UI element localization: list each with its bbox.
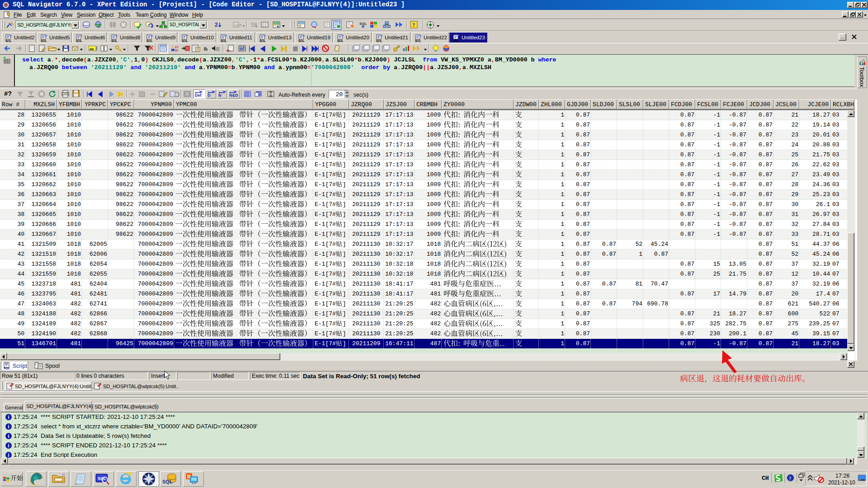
svg-text:X!: X! bbox=[175, 49, 178, 52]
svg-text:SQL: SQL bbox=[41, 39, 47, 42]
svg-text:SQL: SQL bbox=[146, 39, 152, 42]
svg-text:SQL: SQL bbox=[76, 39, 82, 42]
svg-text:SQL: SQL bbox=[182, 39, 188, 42]
svg-text:SQL: SQL bbox=[259, 39, 265, 42]
svg-text:&: & bbox=[203, 46, 208, 52]
svg-text:SQL: SQL bbox=[453, 39, 459, 42]
svg-text:SQL: SQL bbox=[298, 39, 304, 42]
svg-text:1: 1 bbox=[351, 25, 353, 28]
svg-text:2: 2 bbox=[215, 22, 218, 28]
svg-text:SQL: SQL bbox=[162, 479, 173, 484]
svg-text:ab: ab bbox=[90, 47, 94, 51]
svg-text:(((: ((( bbox=[216, 47, 220, 51]
svg-text:SQL: SQL bbox=[359, 22, 367, 26]
svg-text:SQL: SQL bbox=[376, 39, 382, 42]
svg-text:W: W bbox=[96, 23, 101, 28]
svg-text:?: ? bbox=[789, 475, 792, 482]
svg-text:SQL: SQL bbox=[5, 39, 11, 42]
svg-text:?: ? bbox=[412, 22, 415, 28]
svg-text:#?: #? bbox=[175, 46, 179, 49]
svg-text:1010: 1010 bbox=[234, 24, 241, 27]
svg-text:SQL: SQL bbox=[337, 39, 343, 42]
svg-text:SQL: SQL bbox=[415, 39, 421, 42]
svg-text:SQL: SQL bbox=[221, 39, 226, 42]
svg-text:5: 5 bbox=[35, 363, 37, 366]
svg-text:SQL: SQL bbox=[111, 39, 117, 42]
svg-text:SQL: SQL bbox=[4, 366, 9, 370]
svg-text:SQL: SQL bbox=[250, 22, 258, 26]
